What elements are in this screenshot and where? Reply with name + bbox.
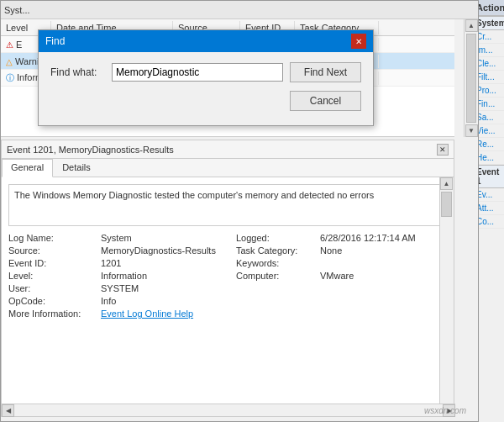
tab-general[interactable]: General [2, 159, 53, 177]
moreinfo-label: More Information: [8, 309, 101, 319]
field-moreinfo: More Information: Event Log Online Help [8, 309, 447, 319]
event-detail-title-text: Event 1201, MemoryDiagnostics-Results [7, 145, 174, 155]
find-dialog-titlebar: Find ✕ [39, 30, 373, 52]
find-row: Find what: Find Next [50, 62, 361, 82]
user-label: User: [8, 283, 101, 293]
moreinfo-link[interactable]: Event Log Online Help [101, 309, 193, 319]
field-source: Source: MemoryDiagnostics-Results Task C… [8, 245, 447, 256]
computer-label: Computer: [236, 271, 320, 281]
warning-icon: △ [6, 57, 13, 66]
user-value: SYSTEM [101, 283, 447, 293]
logged-value: 6/28/2016 12:17:14 AM [320, 233, 447, 243]
field-opcode: OpCode: Info [8, 296, 447, 306]
task-label: Task Category: [236, 245, 320, 256]
detail-scroll-thumb[interactable] [441, 192, 452, 217]
field-user: User: SYSTEM [8, 283, 447, 293]
watermark: wsxdn.com [424, 406, 466, 415]
info-icon: ⓘ [6, 73, 14, 82]
logname-value: System [101, 233, 228, 243]
tab-details[interactable]: Details [53, 159, 100, 177]
scroll-thumb[interactable] [466, 34, 476, 123]
detail-scrollbar-h[interactable]: ◀ ▶ [2, 404, 455, 416]
keywords-label: Keywords: [236, 258, 320, 268]
event-message: The Windows Memory Diagnostic tested the… [8, 184, 447, 226]
opcode-label: OpCode: [8, 296, 101, 306]
detail-scroll-up[interactable]: ▲ [440, 177, 453, 190]
error-icon: ⚠ [6, 40, 13, 50]
field-eventid: Event ID: 1201 Keywords: [8, 258, 447, 268]
source-value: MemoryDiagnostics-Results [101, 245, 228, 256]
scroll-up-arrow[interactable]: ▲ [465, 19, 478, 32]
level-label: Level: [8, 271, 101, 281]
event-detail-titlebar: Event 1201, MemoryDiagnostics-Results ✕ [2, 140, 454, 159]
top-bar: Syst... [1, 1, 478, 19]
eventid-label: Event ID: [8, 258, 101, 268]
scroll-down-arrow[interactable]: ▼ [465, 124, 478, 137]
computer-value: VMware [320, 271, 447, 281]
logname-label: Log Name: [8, 233, 101, 243]
level-value: Information [101, 271, 228, 281]
find-what-input[interactable] [112, 63, 283, 82]
find-dialog-title: Find [45, 35, 65, 47]
eventid-value: 1201 [101, 258, 228, 268]
find-what-label: Find what: [50, 66, 105, 78]
event-detail-panel: Event 1201, MemoryDiagnostics-Results ✕ … [1, 140, 454, 417]
dialog-buttons-row: Cancel [50, 91, 361, 111]
opcode-value: Info [101, 296, 447, 306]
source-label: Source: [8, 245, 101, 256]
detail-scrollbar-v[interactable]: ▲ [439, 177, 454, 404]
log-scrollbar-v[interactable]: ▲ ▼ [464, 19, 478, 137]
find-dialog: Find ✕ Find what: Find Next Cancel [38, 29, 374, 126]
field-level: Level: Information Computer: VMware [8, 271, 447, 281]
find-next-button[interactable]: Find Next [290, 62, 361, 82]
scroll-left-arrow[interactable]: ◀ [2, 404, 14, 417]
event-detail-close-button[interactable]: ✕ [437, 144, 449, 156]
event-fields: Log Name: System Logged: 6/28/2016 12:17… [8, 233, 447, 319]
cancel-button[interactable]: Cancel [290, 91, 361, 111]
task-value: None [320, 245, 447, 256]
top-bar-text: Syst... [4, 5, 30, 15]
row0-level: E [16, 40, 22, 50]
logged-label: Logged: [236, 233, 320, 243]
find-dialog-body: Find what: Find Next Cancel [39, 52, 373, 119]
find-dialog-close-button[interactable]: ✕ [351, 34, 366, 49]
field-logname: Log Name: System Logged: 6/28/2016 12:17… [8, 233, 447, 243]
event-detail-tabs: General Details [2, 159, 454, 177]
